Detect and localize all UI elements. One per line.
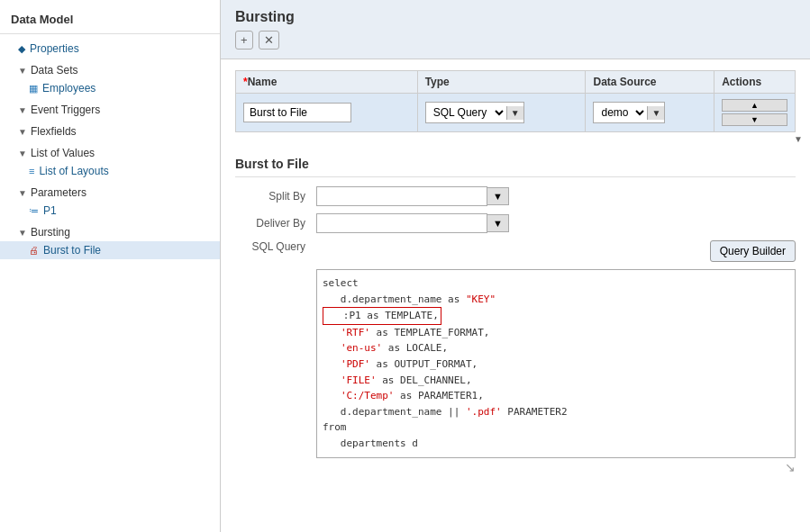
sidebar-section-datasets: ▼ Data Sets ▦ Employees — [0, 59, 220, 99]
arrow-event-triggers: ▼ — [18, 105, 27, 115]
sidebar-label-event-triggers[interactable]: ▼ Event Triggers — [0, 101, 220, 119]
collapse-arrow: ▼ — [794, 134, 803, 144]
query-builder-button[interactable]: Query Builder — [710, 240, 796, 262]
divider-handle[interactable]: ▼ — [221, 132, 810, 146]
sidebar-label-parameters[interactable]: ▼ Parameters — [0, 184, 220, 202]
deliver-by-dropdown[interactable]: ▼ — [487, 214, 509, 232]
sidebar-section-bursting: ▼ Bursting 🖨 Burst to File — [0, 221, 220, 261]
bursting-table: *Name Type Data Source Actions — [235, 70, 796, 132]
type-select[interactable]: SQL Query — [426, 103, 506, 122]
add-button[interactable]: + — [235, 31, 253, 50]
split-by-control: /DATA_DS/G_1/DEPARTMEN ▼ — [316, 186, 509, 206]
split-by-dropdown[interactable]: ▼ — [487, 187, 509, 205]
sql-query-row: SQL Query Query Builder select d.departm… — [235, 240, 796, 474]
type-dropdown-btn[interactable]: ▼ — [506, 106, 523, 120]
split-by-input[interactable]: /DATA_DS/G_1/DEPARTMEN — [316, 186, 487, 206]
table-header-row: *Name Type Data Source Actions — [236, 71, 796, 94]
sql-line-8: 'C:/Temp' as PARAMETER1, — [323, 388, 789, 404]
sql-line-10: from — [323, 419, 789, 436]
db-icon: ▦ — [29, 83, 38, 95]
main-header: Bursting + ✕ — [221, 0, 810, 59]
sidebar-label-bursting[interactable]: ▼ Bursting — [0, 223, 220, 241]
sidebar-section-flexfields: ▼ Flexfields — [0, 121, 220, 142]
sql-line-6: 'PDF' as OUTPUT_FORMAT, — [323, 356, 789, 373]
sidebar-section-event-triggers: ▼ Event Triggers — [0, 99, 220, 121]
col-header-type: Type — [417, 71, 586, 94]
sidebar-section-list-of-values: ▼ List of Values ≡ List of Layouts — [0, 142, 220, 182]
arrow-datasets: ▼ — [18, 66, 27, 76]
burst-icon: 🖨 — [29, 245, 39, 256]
name-input[interactable] — [243, 103, 351, 122]
sidebar-section-properties: ◆ Properties — [0, 38, 220, 59]
split-by-row: Split By /DATA_DS/G_1/DEPARTMEN ▼ — [235, 186, 796, 206]
col-header-name: *Name — [236, 71, 418, 94]
sql-display-area[interactable]: select d.department_name as "KEY" :P1 as… — [316, 269, 796, 458]
resize-handle[interactable]: ↘ — [785, 460, 796, 474]
sidebar-item-employees[interactable]: ▦ Employees — [0, 79, 220, 97]
arrow-parameters: ▼ — [18, 188, 27, 198]
cell-name[interactable] — [236, 94, 418, 132]
type-select-wrapper[interactable]: SQL Query ▼ — [425, 102, 524, 123]
sql-line-9: d.department_name || '.pdf' PARAMETER2 — [323, 404, 789, 420]
main-content: Bursting + ✕ *Name Type Data Source Acti… — [221, 0, 810, 532]
sidebar-item-properties[interactable]: ◆ Properties — [0, 40, 220, 58]
bursting-table-section: *Name Type Data Source Actions — [221, 59, 810, 132]
cell-type: SQL Query ▼ — [417, 94, 586, 132]
sidebar: Data Model ◆ Properties ▼ Data Sets ▦ Em… — [0, 0, 221, 532]
main-title: Bursting — [235, 9, 796, 25]
sidebar-item-list-of-layouts[interactable]: ≡ List of Layouts — [0, 162, 220, 180]
sql-query-label: SQL Query — [235, 240, 316, 253]
deliver-by-label: Deliver By — [235, 217, 316, 230]
deliver-by-row: Deliver By /DATA_DS/G_1/DEPARTMEN ▼ — [235, 213, 796, 233]
move-down-button[interactable]: ▼ — [722, 113, 787, 126]
col-header-actions: Actions — [714, 71, 796, 94]
col-header-datasource: Data Source — [586, 71, 714, 94]
burst-section-title: Burst to File — [235, 157, 796, 177]
sql-line-1: select — [323, 275, 789, 292]
sql-line-5: 'en-us' as LOCALE, — [323, 340, 789, 356]
sql-area-wrapper: Query Builder select d.department_name a… — [316, 240, 796, 474]
sidebar-section-parameters: ▼ Parameters ≔ P1 — [0, 182, 220, 221]
deliver-by-input[interactable]: /DATA_DS/G_1/DEPARTMEN — [316, 213, 487, 233]
split-by-label: Split By — [235, 190, 316, 203]
sql-line-2: d.department_name as "KEY" — [323, 292, 789, 308]
arrow-list-of-values: ▼ — [18, 149, 27, 158]
sql-line-3: :P1 as TEMPLATE, — [323, 307, 441, 325]
properties-icon: ◆ — [18, 43, 25, 55]
deliver-by-control: /DATA_DS/G_1/DEPARTMEN ▼ — [316, 213, 509, 233]
datasource-dropdown-btn[interactable]: ▼ — [647, 106, 664, 120]
action-arrows: ▲ ▼ — [722, 98, 787, 127]
cell-actions: ▲ ▼ — [714, 94, 796, 132]
sidebar-item-burst-to-file[interactable]: 🖨 Burst to File — [0, 241, 220, 259]
sql-line-4: 'RTF' as TEMPLATE_FORMAT, — [323, 325, 789, 341]
sidebar-label-list-of-values[interactable]: ▼ List of Values — [0, 144, 220, 162]
sql-line-7: 'FILE' as DEL_CHANNEL, — [323, 373, 789, 389]
cell-datasource: demo ▼ — [586, 94, 714, 132]
toolbar: + ✕ — [235, 31, 796, 50]
datasource-select[interactable]: demo — [594, 103, 647, 122]
move-up-button[interactable]: ▲ — [722, 99, 787, 112]
delete-button[interactable]: ✕ — [259, 31, 279, 50]
sidebar-title: Data Model — [0, 7, 220, 34]
list-icon: ≡ — [29, 166, 34, 176]
arrow-bursting: ▼ — [18, 228, 27, 238]
arrow-flexfields: ▼ — [18, 127, 27, 137]
table-row[interactable]: SQL Query ▼ demo ▼ — [236, 94, 796, 132]
sidebar-label-datasets[interactable]: ▼ Data Sets — [0, 61, 220, 79]
sidebar-item-p1[interactable]: ≔ P1 — [0, 202, 220, 220]
param-icon: ≔ — [29, 205, 39, 217]
burst-to-file-section: Burst to File Split By /DATA_DS/G_1/DEPA… — [221, 146, 810, 485]
datasource-select-wrapper[interactable]: demo ▼ — [593, 102, 665, 123]
sql-line-11: departments d — [323, 436, 789, 452]
sidebar-label-flexfields[interactable]: ▼ Flexfields — [0, 122, 220, 140]
